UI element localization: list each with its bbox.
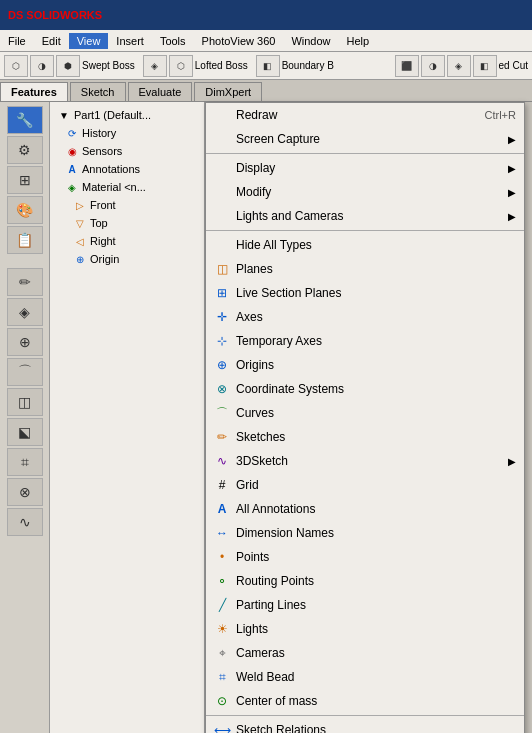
- center-of-mass-icon: ⊙: [212, 692, 232, 710]
- menu-item-lights[interactable]: ☀ Lights: [206, 617, 524, 641]
- revolved-cut-btn[interactable]: ◑: [421, 55, 445, 77]
- menu-item-dim-names[interactable]: ↔ Dimension Names: [206, 521, 524, 545]
- sidebar-icon-weld[interactable]: ⌗: [7, 448, 43, 476]
- sidebar-icon-mold[interactable]: ⊗: [7, 478, 43, 506]
- menu-item-display[interactable]: Display ▶: [206, 156, 524, 180]
- cameras-label: Cameras: [236, 646, 285, 660]
- origins-icon: ⊕: [212, 356, 232, 374]
- menu-item-screen-capture[interactable]: Screen Capture ▶: [206, 127, 524, 151]
- points-label: Points: [236, 550, 269, 564]
- menu-tools[interactable]: Tools: [152, 33, 194, 49]
- tree-part-root[interactable]: ▼ Part1 (Default...: [54, 106, 200, 124]
- 3dsketch-arrow: ▶: [508, 456, 516, 467]
- menu-item-parting-lines[interactable]: ╱ Parting Lines: [206, 593, 524, 617]
- tab-features[interactable]: Features: [0, 82, 68, 101]
- parting-lines-icon: ╱: [212, 596, 232, 614]
- menu-edit[interactable]: Edit: [34, 33, 69, 49]
- toolbar-btn-4[interactable]: ◈: [143, 55, 167, 77]
- toolbar-btn-2[interactable]: ◑: [30, 55, 54, 77]
- weld-bead-label: Weld Bead: [236, 670, 294, 684]
- menu-insert[interactable]: Insert: [108, 33, 152, 49]
- menu-item-axes[interactable]: ✛ Axes: [206, 305, 524, 329]
- sidebar-icon-customproperties[interactable]: 📋: [7, 226, 43, 254]
- tab-dimxpert[interactable]: DimXpert: [194, 82, 262, 101]
- menu-item-coord-systems[interactable]: ⊗ Coordinate Systems: [206, 377, 524, 401]
- planes-icon: ◫: [212, 260, 232, 278]
- tree-origin[interactable]: ⊕ Origin: [70, 250, 200, 268]
- coord-systems-label: Coordinate Systems: [236, 382, 344, 396]
- tree-material[interactable]: ◈ Material <n...: [62, 178, 200, 196]
- lights-cameras-label: Lights and Cameras: [236, 209, 343, 223]
- tree-history-label: History: [82, 127, 116, 139]
- lights-cameras-icon: [212, 207, 232, 225]
- tree-annotations-label: Annotations: [82, 163, 140, 175]
- grid-label: Grid: [236, 478, 259, 492]
- menu-file[interactable]: File: [0, 33, 34, 49]
- toolbar-btn-5[interactable]: ⬡: [169, 55, 193, 77]
- menu-item-points[interactable]: • Points: [206, 545, 524, 569]
- menu-item-hide-all[interactable]: Hide All Types: [206, 233, 524, 257]
- menu-view[interactable]: View: [69, 33, 109, 49]
- tree-annotations[interactable]: A Annotations: [62, 160, 200, 178]
- content-area: Redraw Ctrl+R Screen Capture ▶ Display ▶…: [205, 102, 532, 733]
- menu-item-grid[interactable]: # Grid: [206, 473, 524, 497]
- sep-1: [206, 153, 524, 154]
- menu-item-routing-points[interactable]: ⚬ Routing Points: [206, 569, 524, 593]
- sidebar-icon-curves[interactable]: ⌒: [7, 358, 43, 386]
- menu-item-sketches[interactable]: ✏ Sketches: [206, 425, 524, 449]
- menu-item-lights-cameras[interactable]: Lights and Cameras ▶: [206, 204, 524, 228]
- tree-right[interactable]: ◁ Right: [70, 232, 200, 250]
- toolbar-btn-3[interactable]: ⬢: [56, 55, 80, 77]
- tab-sketch[interactable]: Sketch: [70, 82, 126, 101]
- sidebar-icon-sketch[interactable]: ✏: [7, 268, 43, 296]
- lights-icon: ☀: [212, 620, 232, 638]
- hide-all-icon: [212, 236, 232, 254]
- boundary-cut-btn[interactable]: ◧: [473, 55, 497, 77]
- tab-evaluate[interactable]: Evaluate: [128, 82, 193, 101]
- menu-item-modify[interactable]: Modify ▶: [206, 180, 524, 204]
- screen-capture-icon: [212, 130, 232, 148]
- sidebar-icon-configurationmanager[interactable]: ⊞: [7, 166, 43, 194]
- app-logo: DS SOLIDWORKS: [8, 9, 102, 21]
- live-section-icon: ⊞: [212, 284, 232, 302]
- lofted-cut-btn[interactable]: ◈: [447, 55, 471, 77]
- screen-capture-label: Screen Capture: [236, 132, 320, 146]
- tree-sensors[interactable]: ◉ Sensors: [62, 142, 200, 160]
- menu-item-weld-bead[interactable]: ⌗ Weld Bead: [206, 665, 524, 689]
- tree-top[interactable]: ▽ Top: [70, 214, 200, 232]
- sidebar-icon-surfaces[interactable]: ◫: [7, 388, 43, 416]
- tree-front[interactable]: ▷ Front: [70, 196, 200, 214]
- sidebar-icon-sheet[interactable]: ⬕: [7, 418, 43, 446]
- menu-window[interactable]: Window: [283, 33, 338, 49]
- left-sidebar: 🔧 ⚙ ⊞ 🎨 📋 ✏ ◈ ⊕ ⌒ ◫ ⬕ ⌗ ⊗ ∿: [0, 102, 50, 733]
- axes-label: Axes: [236, 310, 263, 324]
- sidebar-icon-smart[interactable]: ◈: [7, 298, 43, 326]
- menu-help[interactable]: Help: [339, 33, 378, 49]
- modify-label: Modify: [236, 185, 271, 199]
- extruded-cut-btn[interactable]: ⬛: [395, 55, 419, 77]
- origins-label: Origins: [236, 358, 274, 372]
- menu-item-3dsketch[interactable]: ∿ 3DSketch ▶: [206, 449, 524, 473]
- main-area: 🔧 ⚙ ⊞ 🎨 📋 ✏ ◈ ⊕ ⌒ ◫ ⬕ ⌗ ⊗ ∿ ▼ Part1 (Def…: [0, 102, 532, 733]
- sidebar-icon-ref[interactable]: ⊕: [7, 328, 43, 356]
- menu-item-all-annotations[interactable]: A All Annotations: [206, 497, 524, 521]
- menu-item-redraw[interactable]: Redraw Ctrl+R: [206, 103, 524, 127]
- menu-item-sketch-relations[interactable]: ⟷ Sketch Relations: [206, 718, 524, 733]
- toolbar-btn-6[interactable]: ◧: [256, 55, 280, 77]
- menu-item-center-of-mass[interactable]: ⊙ Center of mass: [206, 689, 524, 713]
- sidebar-icon-appearancemanager[interactable]: 🎨: [7, 196, 43, 224]
- sketches-label: Sketches: [236, 430, 285, 444]
- menu-item-cameras[interactable]: ⌖ Cameras: [206, 641, 524, 665]
- toolbar-btn-1[interactable]: ⬡: [4, 55, 28, 77]
- menu-item-temp-axes[interactable]: ⊹ Temporary Axes: [206, 329, 524, 353]
- tree-history[interactable]: ⟳ History: [62, 124, 200, 142]
- sidebar-icon-3d[interactable]: ∿: [7, 508, 43, 536]
- curves-icon: ⌒: [212, 404, 232, 422]
- sidebar-icon-featuremanager[interactable]: 🔧: [7, 106, 43, 134]
- menu-photoview[interactable]: PhotoView 360: [194, 33, 284, 49]
- sidebar-icon-propertymanager[interactable]: ⚙: [7, 136, 43, 164]
- menu-item-live-section[interactable]: ⊞ Live Section Planes: [206, 281, 524, 305]
- menu-item-planes[interactable]: ◫ Planes: [206, 257, 524, 281]
- menu-item-origins[interactable]: ⊕ Origins: [206, 353, 524, 377]
- menu-item-curves[interactable]: ⌒ Curves: [206, 401, 524, 425]
